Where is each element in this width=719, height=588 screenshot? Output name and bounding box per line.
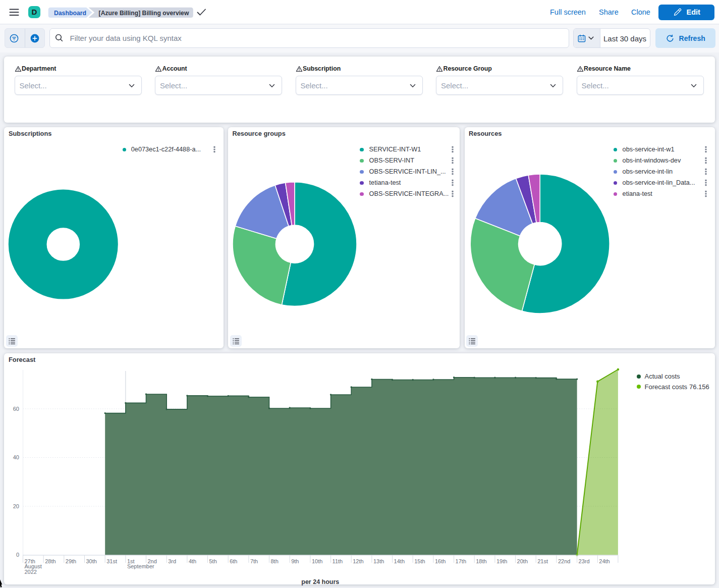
svg-text:16th: 16th: [435, 558, 446, 564]
svg-text:20: 20: [13, 503, 19, 509]
svg-text:7th: 7th: [250, 558, 258, 564]
svg-text:20th: 20th: [517, 558, 528, 564]
svg-text:8th: 8th: [271, 558, 279, 564]
svg-text:4th: 4th: [189, 558, 196, 564]
svg-text:23rd: 23rd: [579, 558, 590, 564]
svg-text:28th: 28th: [45, 558, 56, 564]
svg-text:9th: 9th: [291, 558, 299, 564]
svg-text:Dashboard: Dashboard: [54, 9, 86, 16]
svg-text:24th: 24th: [599, 558, 610, 564]
svg-text:19th: 19th: [496, 558, 507, 564]
svg-text:per 24 hours: per 24 hours: [301, 578, 339, 585]
svg-text:30th: 30th: [86, 558, 97, 564]
svg-text:3rd: 3rd: [168, 558, 176, 564]
svg-text:September: September: [127, 563, 154, 569]
svg-text:14th: 14th: [394, 558, 405, 564]
svg-text:6th: 6th: [230, 558, 237, 564]
svg-text:12th: 12th: [353, 558, 363, 564]
svg-text:40: 40: [13, 454, 19, 460]
svg-text:60: 60: [13, 406, 19, 412]
svg-text:13th: 13th: [373, 558, 384, 564]
svg-text:2022: 2022: [25, 569, 37, 575]
svg-text:21st: 21st: [537, 558, 548, 564]
svg-text:15th: 15th: [414, 558, 425, 564]
svg-text:11th: 11th: [333, 558, 343, 564]
svg-text:10th: 10th: [312, 558, 322, 564]
svg-text:31st: 31st: [106, 558, 117, 564]
svg-text:29th: 29th: [66, 558, 76, 564]
svg-text:18th: 18th: [476, 558, 486, 564]
svg-text:0: 0: [16, 552, 19, 558]
svg-text:5th: 5th: [209, 558, 217, 564]
svg-text:17th: 17th: [456, 558, 466, 564]
svg-text:[Azure Billing] Billing overvi: [Azure Billing] Billing overview: [99, 9, 189, 16]
svg-text:22nd: 22nd: [558, 558, 570, 564]
